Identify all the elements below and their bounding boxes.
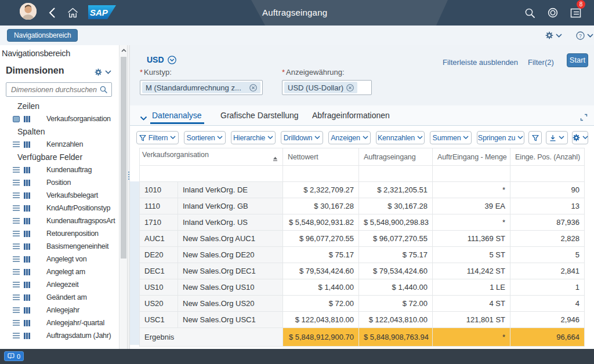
dimension-item[interactable]: KndAuftrPositionstyp: [0, 202, 119, 214]
table-rows-icon[interactable]: [13, 294, 20, 301]
table-row[interactable]: US20New Sales.Org US20$ 72.00$ 72.004 ST…: [140, 296, 585, 312]
dimension-item[interactable]: Auftragsdatum (Jahr): [0, 329, 119, 342]
splitter-grip[interactable]: [128, 172, 129, 180]
table-rows-icon[interactable]: [13, 179, 20, 186]
table-columns-icon[interactable]: [24, 230, 31, 237]
dimension-item[interactable]: Anlegejahr: [0, 304, 119, 316]
search-icon[interactable]: [521, 5, 538, 21]
navigation-panel-toggle-button[interactable]: Navigationsbereich: [7, 29, 78, 42]
table-settings-button[interactable]: [572, 131, 588, 144]
toolbar-button-filtern[interactable]: Filtern: [136, 131, 179, 144]
dimension-item[interactable]: Kennzahlen: [0, 138, 119, 151]
anzeigewaehrung-input[interactable]: USD (US-Dollar): [282, 80, 372, 95]
table-rows-icon[interactable]: [13, 192, 20, 199]
table-row[interactable]: 1110Inland VerkOrg. GB$ 30,167.28$ 30,16…: [140, 198, 585, 214]
toolbar-button-drilldown[interactable]: Drilldown: [281, 131, 323, 144]
toolbar-button-sortieren[interactable]: Sortieren: [184, 131, 226, 144]
remove-token-icon[interactable]: [249, 84, 257, 92]
remove-token-icon[interactable]: [346, 84, 354, 92]
tab-grafische-darstellung[interactable]: Grafische Darstellung: [220, 109, 299, 125]
table-rows-icon[interactable]: [13, 166, 20, 173]
table-row[interactable]: 1010Inland VerkOrg. DE$ 2,322,709.27$ 2,…: [140, 182, 585, 198]
table-rows-icon[interactable]: [13, 319, 20, 326]
column-header[interactable]: Nettowert: [283, 148, 359, 166]
hide-filterbar-link[interactable]: Filterleiste ausblenden: [443, 58, 518, 67]
messages-button[interactable]: 0: [4, 351, 24, 361]
filters-link[interactable]: Filter(2): [528, 58, 554, 67]
column-header-verkaufsorganisation[interactable]: Verkaufsorganisation: [140, 148, 283, 166]
dimension-item[interactable]: Kundenauftrag: [0, 163, 119, 176]
table-rows-icon[interactable]: [13, 217, 20, 224]
user-avatar[interactable]: [20, 3, 37, 20]
toolbar-button-summen[interactable]: Summen: [430, 131, 472, 144]
search-icon[interactable]: [100, 85, 107, 96]
dimension-item[interactable]: KundenauftragsposArt: [0, 214, 119, 227]
dimension-item[interactable]: Basismengeneinheit: [0, 240, 119, 253]
sidebar-scrollbar[interactable]: [119, 45, 127, 349]
export-button[interactable]: [546, 131, 568, 144]
table-row[interactable]: 1710Inland VerkOrg. US$ 5,548,902,931.82…: [140, 214, 585, 231]
table-columns-icon[interactable]: [24, 294, 31, 301]
toolbar-button-hierarchie[interactable]: Hierarchie: [231, 131, 276, 144]
table-rows-icon[interactable]: [13, 256, 20, 263]
sap-logo[interactable]: SAP: [88, 5, 116, 21]
dimension-item[interactable]: Position: [0, 176, 119, 189]
fullscreen-icon[interactable]: [580, 113, 588, 123]
table-columns-icon[interactable]: [24, 115, 31, 122]
toolbar-button-anzeigen[interactable]: Anzeigen: [328, 131, 371, 144]
table-rows-icon[interactable]: [13, 243, 20, 250]
table-rows-icon[interactable]: [13, 115, 20, 122]
table-rows-icon[interactable]: [13, 307, 20, 314]
dimension-item[interactable]: Geändert am: [0, 291, 119, 304]
go-button[interactable]: Start: [567, 53, 588, 67]
back-button[interactable]: [45, 6, 58, 20]
dimension-item[interactable]: Retourenposition: [0, 227, 119, 240]
dimension-item[interactable]: Angelegt von: [0, 253, 119, 265]
toolbar-button-kennzahlen[interactable]: Kennzahlen: [376, 131, 425, 144]
dimensions-search-input[interactable]: [6, 82, 112, 97]
table-rows-icon[interactable]: [13, 268, 20, 275]
table-rows-icon[interactable]: [13, 205, 20, 212]
table-rows-icon[interactable]: [13, 332, 20, 339]
table-columns-icon[interactable]: [24, 307, 31, 314]
table-total-row[interactable]: Ergebnis$ 5,848,912,900.70$ 5,848,908,76…: [140, 328, 585, 347]
collapse-section-icon[interactable]: [140, 113, 147, 123]
table-columns-icon[interactable]: [24, 332, 31, 339]
table-rows-icon[interactable]: [13, 281, 20, 288]
table-columns-icon[interactable]: [24, 268, 31, 275]
table-row[interactable]: US10New Sales.Org US10$ 1,440.00$ 1,440.…: [140, 279, 585, 296]
table-rows-icon[interactable]: [13, 230, 20, 237]
column-header[interactable]: Einge. Pos. (Anzahl): [510, 148, 585, 166]
help-menu-button[interactable]: ?: [576, 31, 593, 39]
table-columns-icon[interactable]: [24, 179, 31, 186]
dimension-item[interactable]: Verkaufsorganisation: [0, 112, 119, 125]
settings-menu-button[interactable]: [545, 31, 562, 39]
table-columns-icon[interactable]: [24, 217, 31, 224]
filter-icon-button[interactable]: [528, 131, 542, 144]
currency-selector[interactable]: USD: [147, 55, 176, 64]
dimension-item[interactable]: Verkaufsbelegart: [0, 189, 119, 202]
table-rows-icon[interactable]: [13, 141, 20, 148]
tab-datenanalyse[interactable]: Datenanalyse: [152, 109, 202, 125]
table-columns-icon[interactable]: [24, 166, 31, 173]
kurstyp-input[interactable]: M (Standardumrechnung z...: [140, 80, 263, 95]
scrollbar-thumb[interactable]: [121, 57, 126, 259]
tab-abfrageinformationen[interactable]: Abfrageinformationen: [312, 109, 390, 125]
table-columns-icon[interactable]: [24, 141, 31, 148]
table-columns-icon[interactable]: [24, 205, 31, 212]
table-row[interactable]: AUC1New Sales.Org AUC1$ 96,077,270.55$ 9…: [140, 231, 585, 247]
table-columns-icon[interactable]: [24, 192, 31, 199]
table-columns-icon[interactable]: [24, 243, 31, 250]
table-row[interactable]: USC1New Sales.Org USC1$ 122,043,810.00$ …: [140, 312, 585, 328]
table-row[interactable]: DE20New Sales.Org DE20$ 75.17$ 75.175 ST…: [140, 247, 585, 263]
column-header[interactable]: AuftrEingang - Menge: [433, 148, 510, 166]
home-button[interactable]: [66, 6, 79, 20]
dimension-item[interactable]: Anlegejahr/-quartal: [0, 316, 119, 329]
dimensions-settings-button[interactable]: [95, 68, 111, 76]
scroll-up-arrow-icon[interactable]: [119, 48, 128, 53]
table-columns-icon[interactable]: [24, 256, 31, 263]
table-columns-icon[interactable]: [24, 319, 31, 326]
copilot-icon[interactable]: [545, 5, 561, 21]
table-columns-icon[interactable]: [24, 281, 31, 288]
table-row[interactable]: DEC1New Sales.Org DEC1$ 79,534,424.60$ 7…: [140, 263, 585, 279]
